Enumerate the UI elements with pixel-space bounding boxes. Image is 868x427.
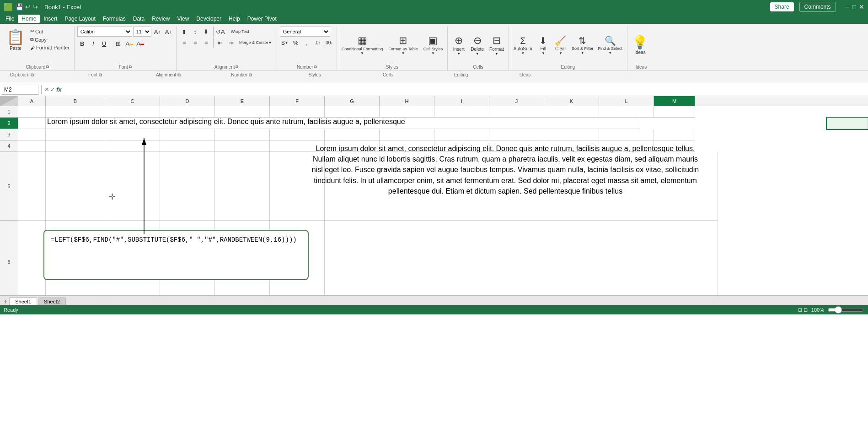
col-header-H[interactable]: H bbox=[380, 96, 434, 106]
cell-B5[interactable] bbox=[46, 152, 105, 221]
ideas-button[interactable]: 💡 Ideas bbox=[630, 35, 650, 56]
cell-M3[interactable] bbox=[654, 129, 695, 141]
increase-font-button[interactable]: A↑ bbox=[152, 27, 162, 37]
menu-developer[interactable]: Developer bbox=[193, 15, 225, 23]
font-family-select[interactable]: Calibri bbox=[77, 27, 132, 37]
font-size-select[interactable]: 11 bbox=[133, 27, 151, 37]
comma-button[interactable]: , bbox=[302, 38, 312, 48]
zoom-slider[interactable] bbox=[828, 307, 864, 313]
insert-button[interactable]: ⊕ Insert ▼ bbox=[450, 35, 467, 57]
cut-button[interactable]: ✂ Cut bbox=[28, 27, 71, 35]
align-top-button[interactable]: ⬆ bbox=[179, 27, 189, 37]
cell-H1[interactable] bbox=[380, 106, 434, 118]
cell-C3[interactable] bbox=[105, 129, 160, 141]
cell-K1[interactable] bbox=[544, 106, 599, 118]
comments-button[interactable]: Comments bbox=[799, 2, 836, 12]
fill-color-button[interactable]: A▬ bbox=[124, 38, 134, 49]
cell-M2[interactable] bbox=[827, 118, 868, 129]
cell-A5[interactable] bbox=[18, 152, 46, 221]
alignment-expand[interactable]: ⧉ bbox=[236, 65, 238, 70]
row-header-5[interactable]: 5 bbox=[0, 152, 18, 221]
cell-A4[interactable] bbox=[18, 141, 46, 152]
cell-C5[interactable] bbox=[105, 152, 160, 221]
cancel-formula-button[interactable]: ✕ bbox=[44, 86, 49, 93]
row-header-1[interactable]: 1 bbox=[0, 106, 18, 118]
font-expand[interactable]: ⧉ bbox=[129, 65, 132, 70]
menu-help[interactable]: Help bbox=[225, 15, 244, 23]
col-header-B[interactable]: B bbox=[46, 96, 105, 106]
col-header-E[interactable]: E bbox=[215, 96, 270, 106]
cell-B3[interactable] bbox=[46, 129, 105, 141]
row-header-3[interactable]: 3 bbox=[0, 129, 18, 141]
cell-G1[interactable] bbox=[325, 106, 380, 118]
format-as-table-button[interactable]: ⊞ Format as Table ▼ bbox=[386, 35, 419, 56]
menu-data[interactable]: Data bbox=[129, 15, 148, 23]
menu-power-pivot[interactable]: Power Pivot bbox=[244, 15, 280, 23]
text-direction-button[interactable]: ↺A bbox=[215, 27, 225, 37]
autosum-button[interactable]: Σ AutoSum ▼ bbox=[512, 35, 534, 56]
cell-J1[interactable] bbox=[489, 106, 544, 118]
number-expand[interactable]: ⧉ bbox=[314, 65, 317, 70]
cell-D4[interactable] bbox=[160, 141, 215, 152]
cell-A1[interactable] bbox=[18, 106, 46, 118]
cell-I1[interactable] bbox=[434, 106, 489, 118]
cell-E3[interactable] bbox=[215, 129, 270, 141]
insert-function-button[interactable]: fx bbox=[56, 86, 62, 93]
underline-button[interactable]: U bbox=[99, 38, 109, 49]
merge-center-button[interactable]: Merge & Center ▼ bbox=[237, 38, 274, 48]
col-header-I[interactable]: I bbox=[434, 96, 489, 106]
cell-B1[interactable] bbox=[46, 106, 105, 118]
align-middle-button[interactable]: ↕ bbox=[190, 27, 200, 37]
fill-button[interactable]: ⬇ Fill ▼ bbox=[535, 35, 552, 56]
decrease-decimal-button[interactable]: .00↓ bbox=[324, 38, 334, 48]
cell-K3[interactable] bbox=[544, 129, 599, 141]
align-bottom-button[interactable]: ⬇ bbox=[201, 27, 211, 37]
cell-B2[interactable]: Lorem ipsum dolor sit amet, consectetur … bbox=[46, 118, 640, 129]
align-center-button[interactable]: ≡ bbox=[190, 38, 200, 48]
close-btn[interactable]: ✕ bbox=[859, 3, 864, 11]
cell-A6[interactable] bbox=[18, 221, 46, 303]
sort-filter-button[interactable]: ⇅ Sort & Filter ▼ bbox=[570, 35, 595, 56]
cell-L1[interactable] bbox=[599, 106, 654, 118]
name-box[interactable] bbox=[2, 85, 38, 95]
menu-review[interactable]: Review bbox=[148, 15, 173, 23]
cell-C1[interactable] bbox=[105, 106, 160, 118]
cell-J3[interactable] bbox=[489, 129, 544, 141]
delete-button[interactable]: ⊖ Delete ▼ bbox=[469, 35, 486, 57]
col-header-L[interactable]: L bbox=[599, 96, 654, 106]
row-header-4[interactable]: 4 bbox=[0, 141, 18, 152]
cell-A3[interactable] bbox=[18, 129, 46, 141]
menu-file[interactable]: File bbox=[2, 15, 18, 23]
cell-G3[interactable] bbox=[325, 129, 380, 141]
italic-button[interactable]: I bbox=[88, 38, 98, 49]
wrap-text-button[interactable]: Wrap Text bbox=[226, 27, 254, 37]
cell-styles-button[interactable]: ▣ Cell Styles ▼ bbox=[422, 35, 445, 56]
row-header-6[interactable]: 6 bbox=[0, 221, 18, 303]
cell-L3[interactable] bbox=[599, 129, 654, 141]
clear-button[interactable]: 🧹 Clear ▼ bbox=[552, 35, 569, 56]
col-header-F[interactable]: F bbox=[270, 96, 325, 106]
cell-G6[interactable] bbox=[325, 221, 718, 303]
menu-formulas[interactable]: Formulas bbox=[99, 15, 129, 23]
decrease-indent-button[interactable]: ⇤ bbox=[215, 38, 225, 48]
cell-F1[interactable] bbox=[270, 106, 325, 118]
save-btn[interactable]: 💾 bbox=[16, 3, 23, 11]
share-button[interactable]: Share bbox=[770, 2, 794, 11]
decrease-font-button[interactable]: A↓ bbox=[163, 27, 173, 37]
number-format-select[interactable]: General bbox=[280, 27, 330, 37]
cell-C4[interactable] bbox=[105, 141, 160, 152]
format-button[interactable]: ⊟ Format ▼ bbox=[488, 35, 506, 57]
row-header-2[interactable]: 2 bbox=[0, 118, 18, 129]
bold-button[interactable]: B bbox=[77, 38, 87, 49]
cell-E4[interactable] bbox=[215, 141, 270, 152]
col-header-D[interactable]: D bbox=[160, 96, 215, 106]
formula-input[interactable] bbox=[64, 85, 866, 95]
col-header-G[interactable]: G bbox=[325, 96, 380, 106]
cell-B4[interactable] bbox=[46, 141, 105, 152]
cell-F3[interactable] bbox=[270, 129, 325, 141]
borders-button[interactable]: ⊞ bbox=[113, 38, 123, 49]
cell-I3[interactable] bbox=[434, 129, 489, 141]
format-painter-button[interactable]: 🖌 Format Painter bbox=[28, 44, 71, 51]
menu-home[interactable]: Home bbox=[18, 15, 40, 23]
conditional-formatting-button[interactable]: ▦ Conditional Formatting ▼ bbox=[340, 35, 385, 56]
